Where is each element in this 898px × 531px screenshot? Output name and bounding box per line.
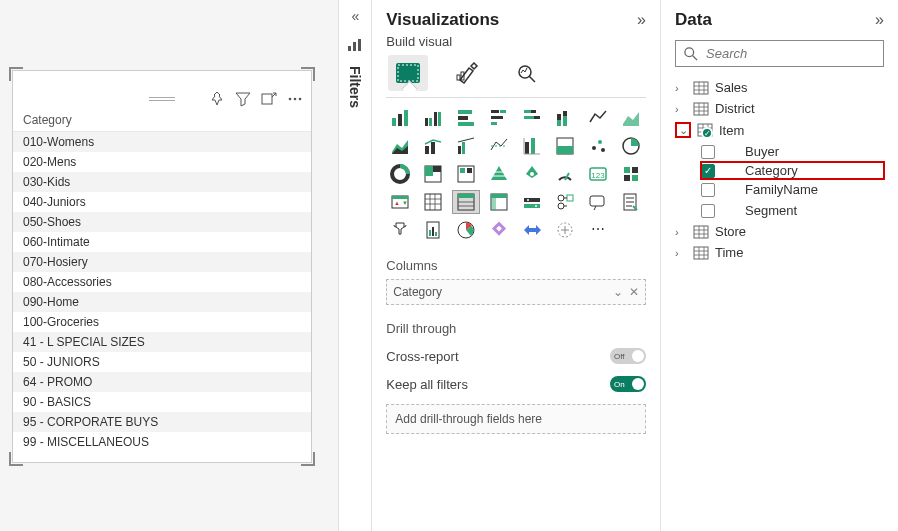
viz-type-11[interactable] bbox=[485, 134, 513, 158]
svg-point-42 bbox=[592, 146, 596, 150]
build-visual-tab[interactable] bbox=[388, 55, 428, 91]
viz-type-31[interactable] bbox=[617, 190, 645, 214]
table-district[interactable]: ›District bbox=[675, 98, 884, 119]
drag-grip[interactable] bbox=[149, 97, 175, 101]
more-options-icon[interactable] bbox=[285, 89, 305, 109]
viz-type-12[interactable] bbox=[518, 134, 546, 158]
viz-type-26[interactable] bbox=[452, 190, 480, 214]
svg-rect-76 bbox=[567, 195, 573, 201]
filters-pane-collapsed[interactable]: « Filters bbox=[338, 0, 372, 531]
viz-type-13[interactable] bbox=[551, 134, 579, 158]
svg-rect-18 bbox=[438, 112, 441, 126]
viz-type-7[interactable] bbox=[617, 106, 645, 130]
table-row[interactable]: 040-Juniors bbox=[13, 192, 311, 212]
expand-filters-icon[interactable]: « bbox=[351, 8, 359, 24]
table-row[interactable]: 95 - CORPORATE BUYS bbox=[13, 412, 311, 432]
viz-type-1[interactable] bbox=[419, 106, 447, 130]
table-store[interactable]: ›Store bbox=[675, 221, 884, 242]
search-box[interactable] bbox=[675, 40, 884, 67]
viz-type-24[interactable]: ▲▼ bbox=[386, 190, 414, 214]
viz-type-28[interactable] bbox=[518, 190, 546, 214]
table-row[interactable]: 070-Hosiery bbox=[13, 252, 311, 272]
filter-icon[interactable] bbox=[233, 89, 253, 109]
viz-type-38[interactable]: ⋯ bbox=[584, 218, 612, 242]
viz-type-0[interactable] bbox=[386, 106, 414, 130]
table-time[interactable]: ›Time bbox=[675, 242, 884, 263]
viz-type-19[interactable] bbox=[485, 162, 513, 186]
viz-type-22[interactable]: 123 bbox=[584, 162, 612, 186]
table-row[interactable]: 090-Home bbox=[13, 292, 311, 312]
svg-rect-20 bbox=[458, 116, 468, 120]
table-column-header[interactable]: Category bbox=[13, 107, 311, 132]
viz-type-9[interactable] bbox=[419, 134, 447, 158]
field-buyer[interactable]: Buyer bbox=[701, 141, 884, 162]
drill-through-well[interactable]: Add drill-through fields here bbox=[386, 404, 646, 434]
columns-field-well[interactable]: Category ⌄ ✕ bbox=[386, 279, 646, 305]
viz-type-10[interactable] bbox=[452, 134, 480, 158]
svg-rect-70 bbox=[524, 198, 540, 202]
viz-type-32[interactable] bbox=[386, 218, 414, 242]
viz-type-14[interactable] bbox=[584, 134, 612, 158]
table-row[interactable]: 41 - L SPECIAL SIZES bbox=[13, 332, 311, 352]
svg-rect-89 bbox=[694, 82, 708, 94]
table-row[interactable]: 50 - JUNIORS bbox=[13, 352, 311, 372]
table-row[interactable]: 060-Intimate bbox=[13, 232, 311, 252]
svg-point-3 bbox=[299, 98, 302, 101]
viz-type-34[interactable] bbox=[452, 218, 480, 242]
keep-filters-toggle[interactable]: On bbox=[610, 376, 646, 392]
chevron-down-icon[interactable]: ⌄ bbox=[613, 285, 623, 299]
viz-type-29[interactable] bbox=[551, 190, 579, 214]
viz-type-8[interactable] bbox=[386, 134, 414, 158]
field-familyname[interactable]: FamilyName bbox=[701, 179, 884, 200]
viz-type-23[interactable] bbox=[617, 162, 645, 186]
format-visual-tab[interactable] bbox=[448, 55, 488, 91]
cross-report-toggle[interactable]: Off bbox=[610, 348, 646, 364]
table-row[interactable]: 030-Kids bbox=[13, 172, 311, 192]
pin-icon[interactable] bbox=[207, 89, 227, 109]
search-input[interactable] bbox=[706, 46, 875, 61]
viz-type-16[interactable] bbox=[386, 162, 414, 186]
collapse-data-icon[interactable]: » bbox=[875, 11, 884, 29]
viz-type-37[interactable] bbox=[551, 218, 579, 242]
table-row[interactable]: 100-Groceries bbox=[13, 312, 311, 332]
viz-type-21[interactable] bbox=[551, 162, 579, 186]
table-item[interactable]: ⌄Item✓ bbox=[675, 119, 884, 141]
viz-type-5[interactable] bbox=[551, 106, 579, 130]
table-row[interactable]: 64 - PROMO bbox=[13, 372, 311, 392]
viz-type-17[interactable] bbox=[419, 162, 447, 186]
viz-type-20[interactable] bbox=[518, 162, 546, 186]
field-segment[interactable]: Segment bbox=[701, 200, 884, 221]
collapse-viz-icon[interactable]: » bbox=[637, 11, 646, 29]
svg-rect-82 bbox=[435, 232, 437, 236]
viz-type-18[interactable] bbox=[452, 162, 480, 186]
viz-type-36[interactable] bbox=[518, 218, 546, 242]
table-row[interactable]: 90 - BASICS bbox=[13, 392, 311, 412]
field-category[interactable]: ✓Category bbox=[701, 162, 884, 179]
columns-field-pill[interactable]: Category bbox=[393, 285, 613, 299]
viz-type-15[interactable] bbox=[617, 134, 645, 158]
table-row[interactable]: 99 - MISCELLANEOUS bbox=[13, 432, 311, 452]
viz-type-33[interactable] bbox=[419, 218, 447, 242]
viz-type-35[interactable] bbox=[485, 218, 513, 242]
table-row[interactable]: 080-Accessories bbox=[13, 272, 311, 292]
viz-type-4[interactable] bbox=[518, 106, 546, 130]
viz-type-27[interactable] bbox=[485, 190, 513, 214]
table-visual[interactable]: Category 010-Womens020-Mens030-Kids040-J… bbox=[12, 70, 312, 463]
viz-type-25[interactable] bbox=[419, 190, 447, 214]
focus-mode-icon[interactable] bbox=[259, 89, 279, 109]
report-canvas[interactable]: Category 010-Womens020-Mens030-Kids040-J… bbox=[0, 0, 338, 531]
svg-rect-61 bbox=[392, 196, 408, 199]
remove-field-icon[interactable]: ✕ bbox=[629, 285, 639, 299]
analytics-tab[interactable] bbox=[508, 55, 548, 91]
table-row[interactable]: 050-Shoes bbox=[13, 212, 311, 232]
viz-type-2[interactable] bbox=[452, 106, 480, 130]
viz-type-30[interactable] bbox=[584, 190, 612, 214]
table-row[interactable]: 020-Mens bbox=[13, 152, 311, 172]
viz-type-6[interactable] bbox=[584, 106, 612, 130]
svg-rect-37 bbox=[462, 142, 465, 154]
table-row[interactable]: 010-Womens bbox=[13, 132, 311, 152]
svg-rect-92 bbox=[694, 226, 708, 238]
viz-type-3[interactable] bbox=[485, 106, 513, 130]
table-sales[interactable]: ›Sales bbox=[675, 77, 884, 98]
drill-through-label: Drill through bbox=[386, 321, 646, 336]
